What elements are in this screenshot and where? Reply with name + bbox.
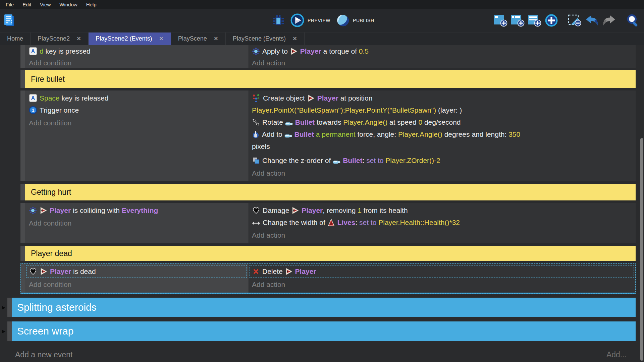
- choose-event-icon[interactable]: [545, 14, 558, 27]
- add-action-button[interactable]: Add action: [252, 167, 632, 179]
- object-link: Bullet: [295, 118, 315, 126]
- menu-window[interactable]: Window: [55, 2, 82, 7]
- add-condition-button[interactable]: Add condition: [29, 217, 245, 229]
- event-line[interactable]: Player is dead: [26, 265, 247, 278]
- close-tab-icon[interactable]: ✕: [292, 36, 297, 42]
- scrollbar: [640, 45, 644, 362]
- event-line[interactable]: Apply to Player a torque of 0.5: [252, 46, 632, 57]
- add-comment-icon[interactable]: [528, 14, 542, 27]
- event-row: ASpace key is released1Trigger onceAdd c…: [20, 90, 636, 181]
- add-action-button[interactable]: Add action: [252, 279, 632, 291]
- events-sheet: Ad key is pressedAdd conditionApply to P…: [0, 45, 644, 362]
- redo-icon[interactable]: [602, 14, 616, 26]
- comment-banner[interactable]: Player dead: [25, 246, 636, 261]
- svg-text:A: A: [31, 95, 35, 101]
- add-more-button[interactable]: Add...: [606, 350, 627, 359]
- trigger-once-icon: 1: [29, 104, 37, 116]
- event-grip[interactable]: [20, 70, 25, 88]
- event-line[interactable]: Change the z-order of Bullet: set to Pla…: [252, 155, 632, 167]
- text: pixels: [252, 142, 270, 150]
- tab-label: Home: [7, 35, 23, 42]
- event-line[interactable]: Rotate Bullet towards Player.Angle() at …: [252, 116, 632, 128]
- close-tab-icon[interactable]: ✕: [159, 36, 163, 42]
- event-grip[interactable]: [20, 203, 25, 243]
- add-action-button[interactable]: Add action: [252, 57, 632, 68]
- text: from its health: [362, 206, 408, 214]
- tab-playscene2[interactable]: PlayScene2 ✕: [31, 33, 89, 45]
- close-tab-icon[interactable]: ✕: [214, 36, 218, 42]
- search-icon[interactable]: [626, 13, 640, 27]
- create-object-icon: [252, 92, 261, 104]
- text: Damage: [263, 206, 291, 214]
- menu-help[interactable]: Help: [82, 2, 101, 7]
- event-grip[interactable]: [20, 246, 25, 261]
- event-line[interactable]: Change the width of Lives: set to Player…: [252, 217, 632, 229]
- event-line[interactable]: Player is colliding with Everything: [29, 204, 245, 217]
- tab-playscene[interactable]: PlayScene ✕: [171, 33, 226, 45]
- event-grip[interactable]: [7, 321, 12, 341]
- group-banner[interactable]: Splitting asteroids: [12, 298, 636, 317]
- add-subevent-icon[interactable]: [511, 14, 525, 27]
- event-grip[interactable]: [20, 90, 25, 181]
- menu-file[interactable]: File: [1, 2, 18, 7]
- scrollbar-thumb[interactable]: [640, 138, 643, 361]
- event-grip[interactable]: [20, 184, 25, 200]
- event-line[interactable]: Damage Player, removing 1 from its healt…: [252, 204, 632, 217]
- tab-label: PlayScene (Events): [233, 35, 286, 42]
- close-tab-icon[interactable]: ✕: [76, 36, 81, 42]
- event-line[interactable]: Player.PointX("BulletSpawn");Player.Poin…: [252, 104, 632, 116]
- heart-icon: [29, 265, 37, 278]
- expression-text: Player.Angle(): [398, 130, 442, 138]
- bullet-icon: [284, 128, 292, 140]
- tab-home[interactable]: Home: [0, 33, 31, 45]
- add-new-event-button[interactable]: Add a new event: [15, 350, 72, 359]
- object-link: Bullet: [294, 130, 314, 138]
- expression-text: 1: [358, 206, 362, 214]
- delete-selection-icon[interactable]: [568, 14, 582, 27]
- event-line[interactable]: pixels: [252, 140, 632, 153]
- expression-text: Player.Angle(): [343, 118, 387, 126]
- project-manager-icon[interactable]: [3, 13, 15, 28]
- event-line[interactable]: Create object Player at position: [252, 92, 632, 104]
- group-banner[interactable]: Screen wrap: [12, 321, 636, 341]
- expression-text: Player.PointX("BulletSpawn");Player.Poin…: [252, 106, 436, 114]
- event-grip[interactable]: [7, 298, 12, 317]
- publish-globe-icon: [336, 13, 350, 27]
- comment-banner[interactable]: Getting hurt: [25, 184, 636, 200]
- menu-view[interactable]: View: [36, 2, 55, 7]
- object-link: Player: [50, 206, 71, 214]
- undo-icon[interactable]: [585, 14, 599, 26]
- physics-icon: [252, 46, 260, 57]
- add-condition-button[interactable]: Add condition: [29, 117, 245, 129]
- collapse-arrow-icon[interactable]: ▶: [0, 298, 7, 317]
- player-ship-icon: [307, 92, 315, 104]
- event-grip[interactable]: [20, 263, 25, 293]
- collapse-arrow-icon[interactable]: ▶: [0, 321, 7, 341]
- add-condition-button[interactable]: Add condition: [29, 57, 245, 68]
- preview-button[interactable]: PREVIEW: [290, 13, 330, 27]
- tab-playscene-events[interactable]: PlayScene (Events) ✕: [226, 33, 305, 45]
- object-link: Player: [295, 267, 316, 275]
- add-event-icon[interactable]: [493, 14, 507, 27]
- event-line[interactable]: ASpace key is released: [29, 92, 245, 104]
- add-action-button[interactable]: Add action: [252, 229, 632, 241]
- tab-playscene2-events[interactable]: PlayScene2 (Events) ✕: [89, 33, 171, 45]
- event-grip[interactable]: [20, 45, 25, 68]
- publish-button[interactable]: PUBLISH: [336, 13, 374, 27]
- heart-icon: [252, 204, 260, 217]
- comment-banner[interactable]: Fire bullet: [25, 70, 636, 88]
- player-ship-icon: [39, 204, 47, 217]
- debugger-icon[interactable]: [272, 14, 285, 27]
- tab-bar: Home PlayScene2 ✕ PlayScene2 (Events) ✕ …: [0, 32, 644, 45]
- event-line[interactable]: Delete Player: [250, 265, 634, 278]
- add-condition-button[interactable]: Add condition: [29, 279, 245, 291]
- preview-label: PREVIEW: [308, 18, 330, 23]
- menu-edit[interactable]: Edit: [18, 2, 36, 7]
- parameter-text: a permanent: [316, 130, 356, 138]
- event-row: Ad key is pressedAdd conditionApply to P…: [20, 45, 636, 68]
- event-line[interactable]: Ad key is pressed: [29, 46, 245, 57]
- actions-cell: Delete PlayerAdd action: [249, 263, 636, 293]
- event-line[interactable]: 1Trigger once: [29, 104, 245, 116]
- text: key is pressed: [44, 47, 91, 55]
- event-line[interactable]: Add to Bullet a permanent force, angle: …: [252, 128, 632, 140]
